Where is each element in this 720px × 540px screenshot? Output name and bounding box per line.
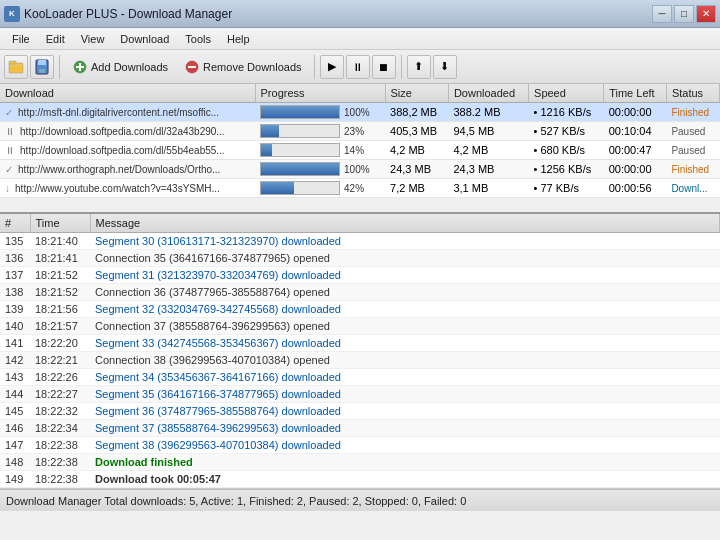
toolbar-icon-1[interactable] xyxy=(4,55,28,79)
log-number: 139 xyxy=(0,301,30,318)
dl-url: ✓ http://www.orthograph.net/Downloads/Or… xyxy=(0,160,255,179)
progress-bar xyxy=(260,181,340,195)
dl-time-left: 00:10:04 xyxy=(604,122,667,141)
stop-button[interactable]: ⏹ xyxy=(372,55,396,79)
maximize-button[interactable]: □ xyxy=(674,5,694,23)
progress-fill xyxy=(261,144,272,156)
menu-view[interactable]: View xyxy=(73,31,113,47)
minimize-button[interactable]: ─ xyxy=(652,5,672,23)
dl-url: ⏸ http://download.softpedia.com/dl/32a43… xyxy=(0,122,255,141)
log-time: 18:22:32 xyxy=(30,403,90,420)
log-row: 136 18:21:41 Connection 35 (364167166-37… xyxy=(0,250,720,267)
menu-edit[interactable]: Edit xyxy=(38,31,73,47)
log-table: # Time Message 135 18:21:40 Segment 30 (… xyxy=(0,214,720,488)
menu-download[interactable]: Download xyxy=(112,31,177,47)
menu-file[interactable]: File xyxy=(4,31,38,47)
progress-label: 100% xyxy=(344,164,372,175)
dl-url: ↓ http://www.youtube.com/watch?v=43sYSMH… xyxy=(0,179,255,198)
status-bar: Download Manager Total downloads: 5, Act… xyxy=(0,489,720,511)
log-number: 149 xyxy=(0,471,30,488)
dl-speed: • 1216 KB/s xyxy=(529,103,604,122)
log-message: Segment 31 (321323970-332034769) downloa… xyxy=(90,267,720,284)
log-row: 147 18:22:38 Segment 38 (396299563-40701… xyxy=(0,437,720,454)
dl-status: Finished xyxy=(666,103,719,122)
log-message: Segment 32 (332034769-342745568) downloa… xyxy=(90,301,720,318)
log-time: 18:21:41 xyxy=(30,250,90,267)
dl-downloaded: 4,2 MB xyxy=(448,141,528,160)
window-title: KooLoader PLUS - Download Manager xyxy=(24,7,652,21)
move-up-button[interactable]: ⬆ xyxy=(407,55,431,79)
log-time: 18:22:34 xyxy=(30,420,90,437)
col-download: Download xyxy=(0,84,255,103)
progress-fill xyxy=(261,182,294,194)
pause-button[interactable]: ⏸ xyxy=(346,55,370,79)
log-number: 148 xyxy=(0,454,30,471)
add-icon xyxy=(72,59,88,75)
log-message: Segment 38 (396299563-407010384) downloa… xyxy=(90,437,720,454)
log-number: 145 xyxy=(0,403,30,420)
log-area[interactable]: # Time Message 135 18:21:40 Segment 30 (… xyxy=(0,214,720,489)
dl-progress-cell: 100% xyxy=(255,103,385,122)
dl-size: 388,2 MB xyxy=(385,103,448,122)
log-number: 141 xyxy=(0,335,30,352)
menu-help[interactable]: Help xyxy=(219,31,258,47)
dl-progress-cell: 42% xyxy=(255,179,385,198)
log-number: 142 xyxy=(0,352,30,369)
app-icon: K xyxy=(4,6,20,22)
add-downloads-button[interactable]: Add Downloads xyxy=(65,55,175,79)
dl-state-icon: ↓ xyxy=(5,183,10,194)
toolbar-separator-3 xyxy=(401,55,402,79)
log-number: 144 xyxy=(0,386,30,403)
dl-downloaded: 388.2 MB xyxy=(448,103,528,122)
log-time: 18:22:20 xyxy=(30,335,90,352)
download-row[interactable]: ✓ http://msft-dnl.digitalrivercontent.ne… xyxy=(0,103,720,122)
progress-fill xyxy=(261,125,279,137)
log-number: 147 xyxy=(0,437,30,454)
col-downloaded: Downloaded xyxy=(448,84,528,103)
log-message: Connection 36 (374877965-385588764) open… xyxy=(90,284,720,301)
dl-time-left: 00:00:00 xyxy=(604,103,667,122)
progress-label: 14% xyxy=(344,145,372,156)
dl-time-left: 00:00:56 xyxy=(604,179,667,198)
svg-rect-0 xyxy=(9,63,23,73)
log-message: Segment 37 (385588764-396299563) downloa… xyxy=(90,420,720,437)
log-row: 139 18:21:56 Segment 32 (332034769-34274… xyxy=(0,301,720,318)
log-time: 18:22:21 xyxy=(30,352,90,369)
move-down-button[interactable]: ⬇ xyxy=(433,55,457,79)
dl-progress-cell: 23% xyxy=(255,122,385,141)
play-button[interactable]: ▶ xyxy=(320,55,344,79)
downloads-table-container: Download Progress Size Downloaded Speed … xyxy=(0,84,720,214)
progress-label: 100% xyxy=(344,107,372,118)
toolbar-icon-2[interactable] xyxy=(30,55,54,79)
log-number: 140 xyxy=(0,318,30,335)
download-row[interactable]: ⏸ http://download.softpedia.com/dl/32a43… xyxy=(0,122,720,141)
download-row[interactable]: ✓ http://www.orthograph.net/Downloads/Or… xyxy=(0,160,720,179)
progress-label: 42% xyxy=(344,183,372,194)
remove-downloads-button[interactable]: Remove Downloads xyxy=(177,55,308,79)
log-time: 18:22:38 xyxy=(30,437,90,454)
log-message: Segment 35 (364167166-374877965) downloa… xyxy=(90,386,720,403)
dl-size: 4,2 MB xyxy=(385,141,448,160)
progress-bar xyxy=(260,124,340,138)
col-time-left: Time Left xyxy=(604,84,667,103)
menu-tools[interactable]: Tools xyxy=(177,31,219,47)
dl-size: 24,3 MB xyxy=(385,160,448,179)
log-time: 18:21:40 xyxy=(30,233,90,250)
log-number: 143 xyxy=(0,369,30,386)
dl-speed: • 527 KB/s xyxy=(529,122,604,141)
close-button[interactable]: ✕ xyxy=(696,5,716,23)
download-row[interactable]: ⏸ http://download.softpedia.com/dl/55b4e… xyxy=(0,141,720,160)
dl-status: Paused xyxy=(666,122,719,141)
log-message: Download took 00:05:47 xyxy=(90,471,720,488)
log-time: 18:21:52 xyxy=(30,267,90,284)
dl-speed: • 680 KB/s xyxy=(529,141,604,160)
log-row: 148 18:22:38 Download finished xyxy=(0,454,720,471)
log-message: Connection 35 (364167166-374877965) open… xyxy=(90,250,720,267)
toolbar-separator-2 xyxy=(314,55,315,79)
dl-size: 7,2 MB xyxy=(385,179,448,198)
log-row: 142 18:22:21 Connection 38 (396299563-40… xyxy=(0,352,720,369)
log-number: 135 xyxy=(0,233,30,250)
remove-icon xyxy=(184,59,200,75)
download-row[interactable]: ↓ http://www.youtube.com/watch?v=43sYSMH… xyxy=(0,179,720,198)
log-message: Segment 34 (353456367-364167166) downloa… xyxy=(90,369,720,386)
